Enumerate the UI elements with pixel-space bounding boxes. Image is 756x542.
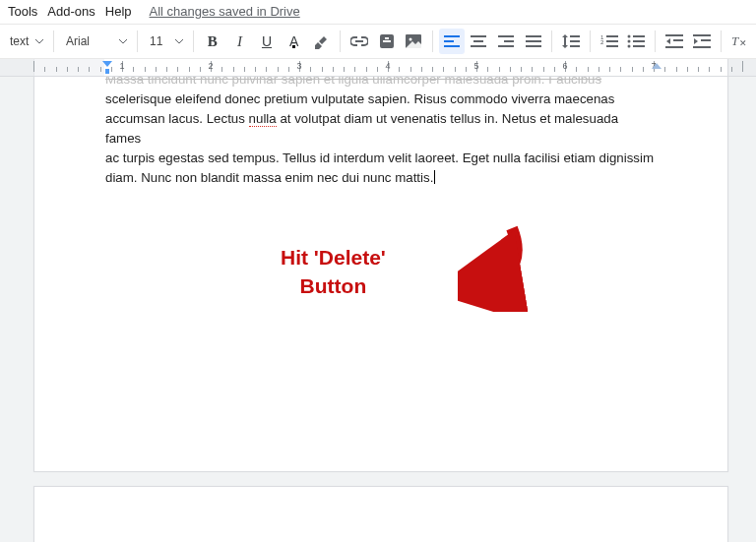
- chevron-down-icon: [119, 39, 127, 44]
- insert-link-button[interactable]: [346, 29, 372, 54]
- fontsize-label: 11: [150, 34, 162, 48]
- spellcheck-word[interactable]: nulla: [249, 111, 277, 127]
- comment-icon: [379, 33, 395, 49]
- svg-point-9: [628, 45, 631, 48]
- menu-help[interactable]: Help: [105, 4, 132, 19]
- annotation-arrow-icon: [458, 223, 536, 312]
- line-spacing-button[interactable]: [558, 29, 584, 54]
- menu-bar: Tools Add-ons Help All changes saved in …: [0, 0, 756, 24]
- link-icon: [350, 36, 368, 46]
- ruler-label: 2: [208, 61, 213, 71]
- highlight-button[interactable]: [308, 29, 334, 54]
- numbered-list-icon: 12: [600, 34, 618, 48]
- toolbar: text Arial 11 B I U A: [0, 24, 756, 59]
- align-center-button[interactable]: [467, 29, 492, 54]
- image-icon: [406, 34, 421, 48]
- highlight-icon: [313, 33, 329, 49]
- align-left-button[interactable]: [439, 29, 465, 54]
- text-color-button[interactable]: A: [282, 29, 307, 54]
- doc-line-cut: Massa tincidunt nunc pulvinar sapien et …: [105, 77, 657, 90]
- bulleted-list-button[interactable]: [624, 29, 650, 54]
- align-justify-button[interactable]: [521, 29, 546, 54]
- align-justify-icon: [526, 35, 541, 47]
- doc-line: ac turpis egestas sed tempus. Tellus id …: [105, 149, 657, 168]
- chevron-down-icon: [175, 39, 183, 44]
- align-right-icon: [498, 35, 514, 47]
- increase-indent-icon: [693, 34, 711, 48]
- svg-point-4: [410, 38, 412, 41]
- bulleted-list-icon: [627, 34, 645, 48]
- ruler-label: 6: [562, 61, 567, 71]
- svg-text:2: 2: [600, 39, 604, 45]
- save-status: All changes saved in Drive: [150, 4, 300, 19]
- align-right-button[interactable]: [493, 29, 519, 54]
- ruler-label: 4: [385, 61, 390, 71]
- styles-select-label: text: [10, 34, 29, 48]
- document-canvas[interactable]: Massa tincidunt nunc pulvinar sapien et …: [0, 77, 756, 542]
- menu-tools[interactable]: Tools: [8, 4, 37, 19]
- doc-line: scelerisque eleifend donec pretium vulpu…: [105, 90, 657, 109]
- ruler[interactable]: 1234567: [0, 59, 756, 77]
- italic-button[interactable]: I: [227, 29, 253, 54]
- styles-select[interactable]: text: [4, 29, 47, 54]
- menu-addons[interactable]: Add-ons: [47, 4, 94, 19]
- svg-rect-12: [105, 69, 109, 74]
- document-text[interactable]: Massa tincidunt nunc pulvinar sapien et …: [34, 77, 727, 188]
- decrease-indent-icon: [665, 34, 683, 48]
- page-1[interactable]: Massa tincidunt nunc pulvinar sapien et …: [33, 77, 728, 472]
- clear-formatting-button[interactable]: T✕: [726, 29, 752, 54]
- align-center-icon: [471, 35, 486, 47]
- right-indent-marker[interactable]: [652, 59, 662, 74]
- numbered-list-button[interactable]: 12: [597, 29, 622, 54]
- svg-point-8: [628, 40, 631, 43]
- doc-line: diam. Nunc non blandit massa enim nec du…: [105, 168, 657, 188]
- increase-indent-button[interactable]: [689, 29, 715, 54]
- ruler-label: 5: [473, 61, 478, 71]
- annotation-label: Hit 'Delete' Button: [281, 243, 386, 301]
- clear-formatting-icon: T✕: [731, 34, 747, 48]
- svg-rect-2: [383, 40, 391, 42]
- left-indent-marker[interactable]: [102, 59, 112, 77]
- ruler-label: 1: [119, 61, 124, 71]
- svg-text:✕: ✕: [739, 38, 747, 48]
- text-cursor: [434, 170, 435, 184]
- chevron-down-icon: [35, 39, 43, 44]
- font-select-label: Arial: [66, 34, 90, 48]
- fontsize-select[interactable]: 11: [144, 29, 187, 54]
- bold-button[interactable]: B: [200, 29, 225, 54]
- svg-point-7: [628, 35, 631, 38]
- decrease-indent-button[interactable]: [662, 29, 687, 54]
- svg-text:T: T: [731, 34, 739, 48]
- underline-button[interactable]: U: [254, 29, 280, 54]
- font-select[interactable]: Arial: [60, 29, 131, 54]
- doc-line: accumsan lacus. Lectus nulla at volutpat…: [105, 109, 657, 149]
- insert-image-button[interactable]: [401, 29, 426, 54]
- line-spacing-icon: [562, 34, 580, 48]
- svg-rect-1: [385, 37, 389, 39]
- insert-comment-button[interactable]: [374, 29, 400, 54]
- page-2[interactable]: [33, 486, 728, 542]
- ruler-label: 3: [296, 61, 301, 71]
- align-left-icon: [444, 35, 460, 47]
